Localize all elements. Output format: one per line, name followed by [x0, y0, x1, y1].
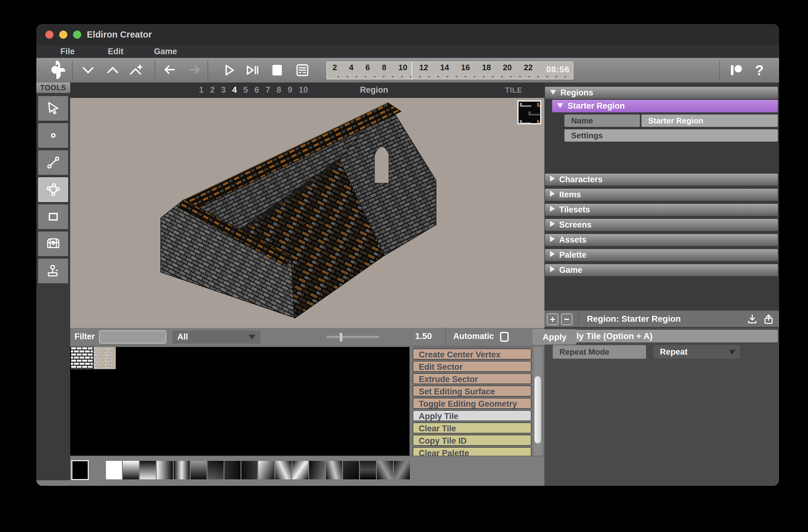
- editor-viewport[interactable]: [70, 98, 545, 328]
- add-region-button[interactable]: +: [547, 313, 558, 325]
- play-step-icon[interactable]: [244, 62, 260, 78]
- sector-tool[interactable]: [38, 177, 68, 202]
- menu-file[interactable]: File: [60, 47, 75, 56]
- zoom-slider[interactable]: [326, 336, 379, 338]
- palette-tile[interactable]: [394, 461, 410, 479]
- section-header[interactable]: Game: [545, 264, 778, 276]
- settings-button[interactable]: Settings: [565, 129, 778, 142]
- command-item[interactable]: Copy Tile ID: [412, 435, 532, 446]
- command-item[interactable]: Extrude Sector: [412, 373, 532, 384]
- palette-tile[interactable]: [275, 461, 291, 479]
- menu-game[interactable]: Game: [154, 47, 177, 56]
- canvas-tab[interactable]: 8: [276, 85, 281, 95]
- palette-tile[interactable]: [106, 461, 122, 479]
- play-icon[interactable]: [221, 62, 237, 78]
- palette-tile[interactable]: [157, 461, 173, 479]
- canvas-tab[interactable]: 10: [299, 85, 308, 95]
- close-window-button[interactable]: [45, 31, 54, 39]
- stop-icon[interactable]: [269, 62, 285, 78]
- palette-tile[interactable]: [140, 461, 156, 479]
- palette-tile[interactable]: [292, 461, 308, 479]
- redo-arrow-icon[interactable]: [186, 62, 202, 78]
- scrollbar-thumb[interactable]: [535, 376, 541, 443]
- canvas-tab[interactable]: 3: [221, 85, 226, 95]
- tile-browser[interactable]: [70, 347, 409, 456]
- palette-tile[interactable]: [207, 461, 223, 479]
- chest-tool[interactable]: [38, 232, 68, 256]
- toolbar-separator: [72, 60, 73, 80]
- palette-tile[interactable]: [343, 461, 359, 479]
- canvas-tab[interactable]: 1: [199, 85, 204, 95]
- time-ruler[interactable]: 246810121416182022 08:56: [326, 61, 573, 79]
- triangle-right-icon: [550, 266, 555, 272]
- section-header[interactable]: Screens: [545, 219, 778, 231]
- palette-tile[interactable]: [309, 461, 325, 479]
- palette-tile[interactable]: [241, 461, 257, 479]
- canvas-tab[interactable]: 2: [210, 85, 215, 95]
- command-item[interactable]: 3D Orbit Camera: [412, 347, 532, 347]
- tileset-tile-grey-brick[interactable]: [94, 347, 116, 369]
- canvas-tab[interactable]: 5: [243, 85, 248, 95]
- select-tool[interactable]: [38, 96, 68, 121]
- section-regions[interactable]: Regions: [545, 87, 778, 99]
- zoom-slider-handle[interactable]: [339, 332, 343, 342]
- palette-tile[interactable]: [326, 461, 342, 479]
- palette-tile[interactable]: [258, 461, 274, 479]
- chevron-up-plus-icon[interactable]: [128, 62, 144, 78]
- repeat-mode-dropdown[interactable]: Repeat: [654, 345, 740, 359]
- palette-tile[interactable]: [190, 461, 207, 479]
- section-header[interactable]: Characters: [545, 173, 778, 186]
- remove-region-button[interactable]: −: [561, 313, 572, 325]
- automatic-checkbox[interactable]: [500, 332, 509, 342]
- chevron-down-icon[interactable]: [80, 62, 96, 78]
- section-header[interactable]: Items: [545, 189, 778, 201]
- undo-arrow-icon[interactable]: [162, 62, 178, 78]
- palette-tile[interactable]: [360, 461, 376, 479]
- command-list-scrollbar[interactable]: [534, 347, 542, 456]
- command-item[interactable]: Toggle Editing Geometry: [412, 398, 532, 409]
- apply-tile-header[interactable]: Apply Tile (Option + A): [545, 330, 778, 342]
- menu-edit[interactable]: Edit: [108, 47, 124, 56]
- command-item[interactable]: Clear Tile: [412, 422, 532, 434]
- command-item[interactable]: Clear Palette: [412, 447, 532, 456]
- canvas-tab[interactable]: 7: [265, 85, 270, 95]
- tree-item-starter-region[interactable]: Starter Region: [552, 100, 778, 112]
- log-panel-icon[interactable]: [294, 62, 310, 78]
- palette-tile[interactable]: [72, 461, 88, 479]
- command-item[interactable]: Apply Tile: [412, 410, 532, 421]
- current-tile-preview[interactable]: [517, 100, 541, 124]
- share-icon[interactable]: [763, 313, 775, 327]
- canvas-tab[interactable]: 6: [254, 85, 259, 95]
- canvas-tab[interactable]: 9: [288, 85, 292, 95]
- game-tool[interactable]: [38, 259, 68, 283]
- command-item[interactable]: Create Center Vertex: [412, 349, 532, 360]
- name-field-value[interactable]: Starter Region: [641, 114, 778, 127]
- apply-button[interactable]: Apply: [533, 329, 576, 345]
- rect-tool[interactable]: [38, 204, 68, 229]
- help-icon[interactable]: ?: [751, 62, 767, 78]
- section-header[interactable]: Tilesets: [545, 204, 778, 216]
- palette-tile[interactable]: [174, 461, 190, 479]
- tileset-tile-white-brick[interactable]: [71, 347, 93, 369]
- download-icon[interactable]: [746, 313, 758, 327]
- command-item[interactable]: Set Editing Surface: [412, 385, 532, 397]
- filter-category-dropdown[interactable]: All: [172, 330, 260, 344]
- minimize-window-button[interactable]: [59, 31, 68, 39]
- section-header[interactable]: Assets: [545, 234, 778, 246]
- section-header[interactable]: Palette: [545, 249, 778, 261]
- canvas-tab[interactable]: 4: [232, 85, 237, 95]
- isometric-brick-room: [70, 98, 545, 328]
- chevron-up-icon[interactable]: [105, 62, 121, 78]
- palette-tile[interactable]: [224, 461, 240, 479]
- app-window: Eldiron Creator File Edit Game: [36, 24, 779, 486]
- command-item[interactable]: Edit Sector: [412, 361, 532, 372]
- palette-tile[interactable]: [89, 461, 105, 479]
- filter-input[interactable]: [99, 330, 166, 344]
- palette-tile[interactable]: [377, 461, 393, 479]
- zoom-window-button[interactable]: [73, 31, 81, 39]
- patreon-icon[interactable]: [729, 62, 745, 78]
- vertex-tool[interactable]: [38, 123, 68, 148]
- palette-tile[interactable]: [123, 461, 139, 479]
- tile-mode-label[interactable]: TILE: [505, 86, 522, 94]
- linedef-tool[interactable]: [38, 150, 68, 175]
